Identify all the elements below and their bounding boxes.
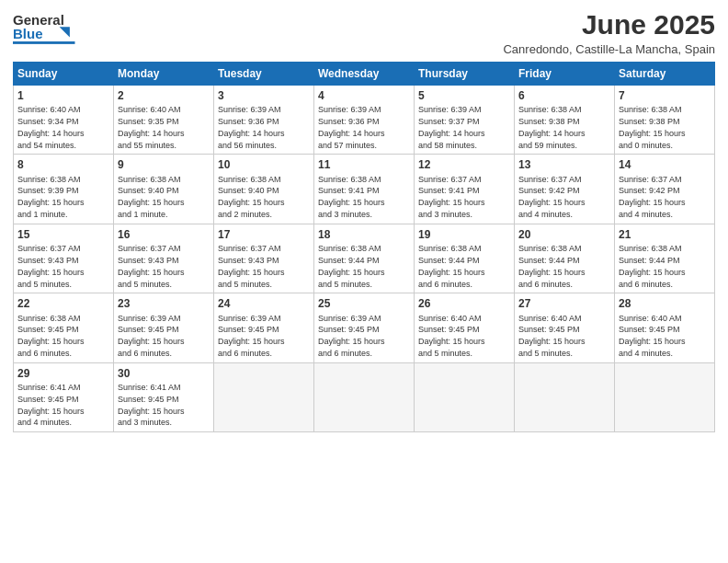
day-8: 8Sunrise: 6:38 AMSunset: 9:39 PMDaylight… <box>14 155 114 224</box>
svg-rect-3 <box>13 41 75 44</box>
col-saturday: Saturday <box>615 63 715 86</box>
day-7: 7Sunrise: 6:38 AMSunset: 9:38 PMDaylight… <box>615 86 715 155</box>
col-wednesday: Wednesday <box>314 63 415 86</box>
day-18: 18Sunrise: 6:38 AMSunset: 9:44 PMDayligh… <box>314 224 415 293</box>
day-empty <box>314 362 415 431</box>
col-sunday: Sunday <box>14 63 114 86</box>
day-3: 3Sunrise: 6:39 AMSunset: 9:36 PMDaylight… <box>214 86 314 155</box>
day-empty <box>214 362 314 431</box>
day-24: 24Sunrise: 6:39 AMSunset: 9:45 PMDayligh… <box>214 293 314 362</box>
day-16: 16Sunrise: 6:37 AMSunset: 9:43 PMDayligh… <box>114 224 214 293</box>
day-28: 28Sunrise: 6:40 AMSunset: 9:45 PMDayligh… <box>615 293 715 362</box>
day-13: 13Sunrise: 6:37 AMSunset: 9:42 PMDayligh… <box>515 155 615 224</box>
title-block: June 2025 Canredondo, Castille-La Mancha… <box>503 9 715 56</box>
col-tuesday: Tuesday <box>214 63 314 86</box>
day-30: 30Sunrise: 6:41 AMSunset: 9:45 PMDayligh… <box>114 362 214 431</box>
day-empty <box>515 362 615 431</box>
day-29: 29Sunrise: 6:41 AMSunset: 9:45 PMDayligh… <box>14 362 114 431</box>
day-2: 2Sunrise: 6:40 AMSunset: 9:35 PMDaylight… <box>114 86 214 155</box>
day-10: 10Sunrise: 6:38 AMSunset: 9:40 PMDayligh… <box>214 155 314 224</box>
day-25: 25Sunrise: 6:39 AMSunset: 9:45 PMDayligh… <box>314 293 415 362</box>
day-5: 5Sunrise: 6:39 AMSunset: 9:37 PMDaylight… <box>415 86 515 155</box>
day-11: 11Sunrise: 6:38 AMSunset: 9:41 PMDayligh… <box>314 155 415 224</box>
day-9: 9Sunrise: 6:38 AMSunset: 9:40 PMDaylight… <box>114 155 214 224</box>
col-friday: Friday <box>515 63 615 86</box>
day-empty <box>615 362 715 431</box>
calendar: Sunday Monday Tuesday Wednesday Thursday… <box>13 62 715 432</box>
day-19: 19Sunrise: 6:38 AMSunset: 9:44 PMDayligh… <box>415 224 515 293</box>
day-17: 17Sunrise: 6:37 AMSunset: 9:43 PMDayligh… <box>214 224 314 293</box>
logo: General Blue <box>13 9 82 48</box>
day-23: 23Sunrise: 6:39 AMSunset: 9:45 PMDayligh… <box>114 293 214 362</box>
svg-marker-1 <box>60 27 70 37</box>
day-26: 26Sunrise: 6:40 AMSunset: 9:45 PMDayligh… <box>415 293 515 362</box>
col-monday: Monday <box>114 63 214 86</box>
day-20: 20Sunrise: 6:38 AMSunset: 9:44 PMDayligh… <box>515 224 615 293</box>
month-title: June 2025 <box>503 9 715 40</box>
subtitle: Canredondo, Castille-La Mancha, Spain <box>503 42 715 56</box>
day-27: 27Sunrise: 6:40 AMSunset: 9:45 PMDayligh… <box>515 293 615 362</box>
page: General Blue June 2025 Canredondo, Casti… <box>0 0 728 563</box>
svg-text:Blue: Blue <box>13 26 43 41</box>
day-22: 22Sunrise: 6:38 AMSunset: 9:45 PMDayligh… <box>14 293 114 362</box>
logo-svg: General Blue <box>13 9 82 48</box>
day-21: 21Sunrise: 6:38 AMSunset: 9:44 PMDayligh… <box>615 224 715 293</box>
header: General Blue June 2025 Canredondo, Casti… <box>13 9 715 56</box>
day-14: 14Sunrise: 6:37 AMSunset: 9:42 PMDayligh… <box>615 155 715 224</box>
day-12: 12Sunrise: 6:37 AMSunset: 9:41 PMDayligh… <box>415 155 515 224</box>
day-empty <box>415 362 515 431</box>
col-thursday: Thursday <box>415 63 515 86</box>
day-6: 6Sunrise: 6:38 AMSunset: 9:38 PMDaylight… <box>515 86 615 155</box>
day-1: 1Sunrise: 6:40 AMSunset: 9:34 PMDaylight… <box>14 86 114 155</box>
day-4: 4Sunrise: 6:39 AMSunset: 9:36 PMDaylight… <box>314 86 415 155</box>
day-15: 15Sunrise: 6:37 AMSunset: 9:43 PMDayligh… <box>14 224 114 293</box>
